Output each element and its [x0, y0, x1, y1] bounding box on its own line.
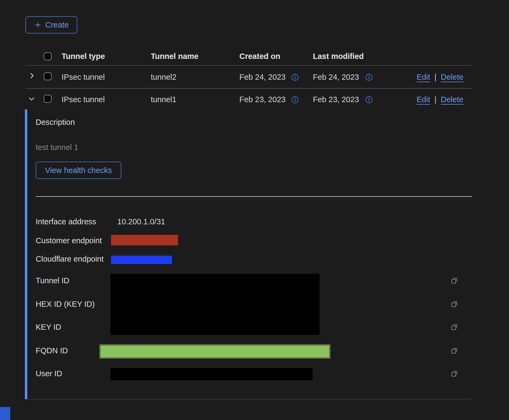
row-actions: Edit | Delete — [417, 72, 463, 82]
created-on-info-icon[interactable] — [291, 96, 299, 104]
delete-link[interactable]: Delete — [441, 95, 464, 104]
last-modified-cell: Feb 23, 2023 — [313, 95, 359, 104]
create-button-label: Create — [45, 21, 69, 29]
user-id-label: User ID — [36, 369, 62, 378]
column-header-tunnel-name: Tunnel name — [151, 52, 199, 61]
select-all-checkbox[interactable] — [44, 52, 52, 60]
fqdn-id-copy-icon[interactable] — [451, 347, 458, 354]
tunnels-page: Create Tunnel type Tunnel name Created o… — [0, 0, 509, 420]
created-on-info-icon[interactable] — [291, 74, 299, 81]
last-modified-info-icon[interactable] — [365, 96, 373, 104]
ids-redacted-value-block — [110, 274, 320, 335]
panel-divider — [36, 196, 472, 197]
expand-row-button[interactable] — [28, 72, 36, 80]
hex-id-label: HEX ID (KEY ID) — [36, 299, 95, 309]
plus-icon — [34, 21, 42, 29]
user-id-redacted-value — [110, 368, 313, 380]
edit-link[interactable]: Edit — [417, 72, 430, 82]
hex-id-copy-icon[interactable] — [451, 300, 458, 308]
last-modified-info-icon[interactable] — [365, 74, 373, 81]
table-row: IPsec tunnel tunnel2 Feb 24, 2023 Feb 24… — [0, 65, 509, 88]
last-modified-cell: Feb 24, 2023 — [313, 72, 359, 82]
tunnel-type-cell: IPsec tunnel — [62, 95, 105, 104]
created-on-cell: Feb 24, 2023 — [239, 72, 286, 82]
edit-link[interactable]: Edit — [417, 95, 430, 104]
cloudflare-endpoint-redacted-value — [111, 256, 172, 264]
actions-separator: | — [434, 95, 437, 104]
chevron-down-icon — [27, 95, 36, 103]
panel-bottom-border — [27, 399, 472, 399]
user-id-copy-icon[interactable] — [451, 370, 458, 377]
bottom-left-redacted-block — [0, 407, 10, 420]
key-id-label: KEY ID — [36, 322, 61, 332]
fqdn-id-redacted-value — [99, 344, 330, 359]
tunnel-id-copy-icon[interactable] — [451, 277, 458, 284]
table-row: IPsec tunnel tunnel1 Feb 23, 2023 Feb 23… — [0, 88, 509, 109]
collapse-row-button[interactable] — [27, 95, 36, 103]
view-health-checks-button[interactable]: View health checks — [36, 162, 121, 179]
column-header-created-on: Created on — [239, 52, 280, 61]
customer-endpoint-label: Customer endpoint — [36, 236, 102, 245]
customer-endpoint-redacted-value — [111, 235, 178, 245]
column-header-tunnel-type: Tunnel type — [62, 52, 105, 61]
tunnel-name-cell: tunnel2 — [151, 72, 176, 82]
tunnel-type-cell: IPsec tunnel — [62, 72, 105, 82]
created-on-cell: Feb 23, 2023 — [239, 95, 286, 104]
tunnel-id-label: Tunnel ID — [36, 276, 69, 285]
delete-link[interactable]: Delete — [441, 72, 464, 82]
actions-separator: | — [434, 72, 437, 82]
tunnel-name-cell: tunnel1 — [151, 95, 176, 104]
fqdn-id-label: FQDN ID — [36, 346, 68, 355]
description-label: Description — [36, 118, 75, 127]
interface-address-value: 10.200.1.0/31 — [117, 217, 165, 226]
key-id-copy-icon[interactable] — [451, 323, 458, 331]
row-checkbox[interactable] — [44, 72, 52, 80]
column-header-last-modified: Last modified — [313, 52, 364, 61]
row-checkbox[interactable] — [44, 95, 52, 103]
interface-address-label: Interface address — [36, 217, 96, 226]
expanded-row-indicator-bar — [25, 109, 27, 399]
description-value: test tunnel 1 — [36, 143, 78, 152]
create-button[interactable]: Create — [25, 16, 77, 34]
chevron-right-icon — [28, 72, 36, 80]
row-actions: Edit | Delete — [417, 95, 463, 104]
cloudflare-endpoint-label: Cloudflare endpoint — [36, 254, 104, 264]
